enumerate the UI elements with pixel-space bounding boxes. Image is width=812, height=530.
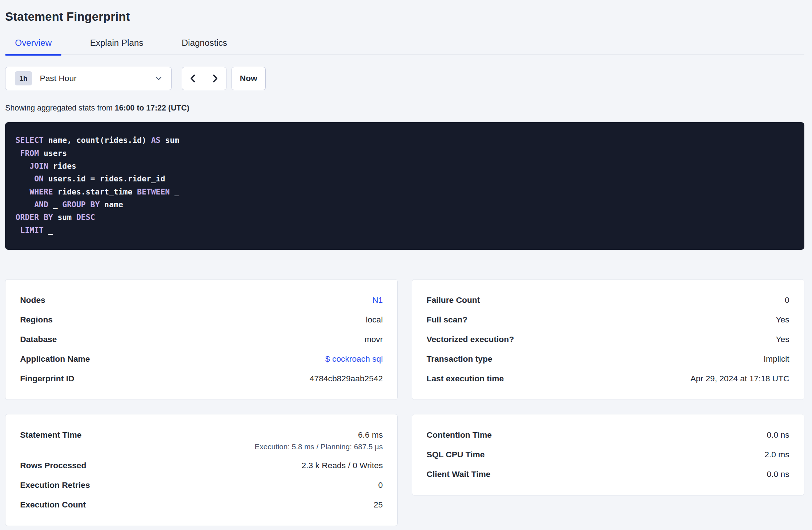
stat-value: 0 xyxy=(785,295,789,306)
now-button[interactable]: Now xyxy=(232,67,266,90)
stat-row: Transaction typeImplicit xyxy=(427,349,789,369)
stats-caption-prefix: Showing aggregated stats from xyxy=(5,104,113,112)
stat-value-wrap: 2.3 k Reads / 0 Writes xyxy=(302,460,383,471)
sql-line: ON users.id = rides.rider_id xyxy=(16,172,794,185)
sql-keyword: WHERE xyxy=(29,187,53,196)
stat-value-wrap: movr xyxy=(365,334,383,345)
sql-line: AND _ GROUP BY name xyxy=(16,198,794,211)
stat-label: Application Name xyxy=(20,354,90,365)
tab-overview[interactable]: Overview xyxy=(5,32,61,55)
stat-value-wrap: 0.0 ns xyxy=(767,430,789,441)
stat-row: Full scan?Yes xyxy=(427,310,789,330)
sql-keyword: SELECT xyxy=(16,136,44,145)
next-time-button[interactable] xyxy=(204,67,226,90)
time-range-label: Past Hour xyxy=(40,73,154,83)
stat-value: 0.0 ns xyxy=(767,430,789,441)
stat-value-link[interactable]: $ cockroach sql xyxy=(325,354,383,365)
sql-keyword: GROUP BY xyxy=(62,200,100,209)
stat-value: 6.6 ms xyxy=(255,430,383,441)
stat-row: Application Name$ cockroach sql xyxy=(20,349,383,369)
chevron-right-icon xyxy=(210,74,220,83)
stat-label: Execution Retries xyxy=(20,480,90,491)
stat-value-wrap: local xyxy=(366,314,383,325)
stat-value: 2.0 ms xyxy=(764,449,789,460)
stat-subvalue: Execution: 5.8 ms / Planning: 687.5 µs xyxy=(255,442,383,451)
viewport: Statement Fingerprint Overview Explain P… xyxy=(0,0,812,530)
stat-row: Vectorized execution?Yes xyxy=(427,330,789,349)
stats-caption: Showing aggregated stats from16:00 to 17… xyxy=(5,104,804,113)
stat-label: Vectorized execution? xyxy=(427,334,514,345)
sql-statement: SELECT name, count(rides.id) AS sum FROM… xyxy=(5,122,804,250)
sql-keyword: BETWEEN xyxy=(137,187,170,196)
stat-value-wrap: $ cockroach sql xyxy=(325,354,383,365)
stat-value: 0.0 ns xyxy=(767,469,789,480)
statement-fingerprint-page: Statement Fingerprint Overview Explain P… xyxy=(0,0,812,526)
stat-label: Fingerprint ID xyxy=(20,373,74,384)
stats-cards-grid: NodesN1RegionslocalDatabasemovrApplicati… xyxy=(5,279,804,526)
sql-line: WHERE rides.start_time BETWEEN _ xyxy=(16,185,794,198)
stat-row: Client Wait Time0.0 ns xyxy=(427,465,789,484)
sql-keyword: LIMIT xyxy=(20,226,44,235)
time-controls: 1h Past Hour Now xyxy=(5,67,804,90)
stat-value-link[interactable]: N1 xyxy=(372,295,383,306)
execution-attributes-card: Failure Count0Full scan?YesVectorized ex… xyxy=(412,279,804,400)
stat-value-wrap: 0 xyxy=(785,295,789,306)
stat-value-wrap: 25 xyxy=(374,499,383,510)
stat-value-wrap: Implicit xyxy=(764,354,789,365)
sql-keyword: AND xyxy=(34,200,48,209)
statement-times-card: Statement Time6.6 msExecution: 5.8 ms / … xyxy=(5,414,398,526)
stat-value-wrap: 0 xyxy=(378,480,383,491)
time-range-badge: 1h xyxy=(15,71,32,85)
time-range-select[interactable]: 1h Past Hour xyxy=(5,67,171,90)
previous-time-button[interactable] xyxy=(182,67,204,90)
stat-label: Client Wait Time xyxy=(427,469,491,480)
stat-row: SQL CPU Time2.0 ms xyxy=(427,445,789,465)
stat-row: Regionslocal xyxy=(20,310,383,330)
stat-value: movr xyxy=(365,334,383,345)
sql-keyword: DESC xyxy=(76,213,95,222)
stat-label: Nodes xyxy=(20,295,45,306)
sql-keyword: FROM xyxy=(20,149,39,158)
stat-value: 4784cb829aab2542 xyxy=(310,373,383,384)
stat-value-wrap: 4784cb829aab2542 xyxy=(310,373,383,384)
stat-value-wrap: 6.6 msExecution: 5.8 ms / Planning: 687.… xyxy=(255,430,383,451)
page-title: Statement Fingerprint xyxy=(5,10,804,24)
stat-value-wrap: N1 xyxy=(372,295,383,306)
stat-value-wrap: 2.0 ms xyxy=(764,449,789,460)
stat-label: Transaction type xyxy=(427,354,493,365)
stat-value: 25 xyxy=(374,499,383,510)
stat-row: Fingerprint ID4784cb829aab2542 xyxy=(20,369,383,389)
stat-row: Databasemovr xyxy=(20,330,383,349)
tab-explain-plans[interactable]: Explain Plans xyxy=(80,32,153,55)
stat-value: Apr 29, 2024 at 17:18 UTC xyxy=(690,373,789,384)
chevron-down-icon xyxy=(154,74,163,83)
stat-value: Implicit xyxy=(764,354,789,365)
sql-keyword: JOIN xyxy=(29,161,48,170)
sql-line: SELECT name, count(rides.id) AS sum xyxy=(16,134,794,146)
stat-value-wrap: Yes xyxy=(776,334,789,345)
stat-value-wrap: Yes xyxy=(776,314,789,325)
statement-summary-card: NodesN1RegionslocalDatabasemovrApplicati… xyxy=(5,279,398,400)
stat-row: Contention Time0.0 ns xyxy=(427,425,789,445)
stat-row: Last execution timeApr 29, 2024 at 17:18… xyxy=(427,369,789,389)
stat-label: SQL CPU Time xyxy=(427,449,485,460)
stat-value: local xyxy=(366,314,383,325)
tab-diagnostics[interactable]: Diagnostics xyxy=(172,32,237,55)
stat-value: 2.3 k Reads / 0 Writes xyxy=(302,460,383,471)
stat-label: Rows Processed xyxy=(20,460,86,471)
wait-times-card: Contention Time0.0 nsSQL CPU Time2.0 msC… xyxy=(412,414,804,495)
sql-keyword: AS xyxy=(151,136,161,145)
chevron-left-icon xyxy=(188,74,198,83)
stat-row: Execution Retries0 xyxy=(20,475,383,495)
sql-keyword: ORDER BY xyxy=(16,213,53,222)
stat-row: NodesN1 xyxy=(20,290,383,310)
stat-value: Yes xyxy=(776,334,789,345)
sql-line: ORDER BY sum DESC xyxy=(16,211,794,224)
stat-label: Failure Count xyxy=(427,295,480,306)
sql-keyword: ON xyxy=(34,174,44,183)
sql-line: JOIN rides xyxy=(16,160,794,172)
stat-value-wrap: Apr 29, 2024 at 17:18 UTC xyxy=(690,373,789,384)
stat-label: Contention Time xyxy=(427,430,492,441)
time-step-buttons xyxy=(182,67,226,90)
stat-row: Rows Processed2.3 k Reads / 0 Writes xyxy=(20,456,383,475)
